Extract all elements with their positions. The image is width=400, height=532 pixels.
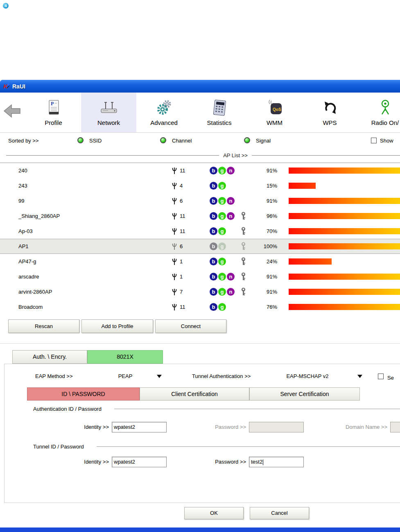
sort-bar: Sorted by >> SSID Channel Signal Show <box>0 132 400 150</box>
ap-row[interactable]: Ap-03 11 b g 70% <box>0 224 400 239</box>
connect-button[interactable]: Connect <box>155 319 226 333</box>
mode-n-icon: n <box>227 167 235 174</box>
sorted-by-label: Sorted by >> <box>8 138 38 144</box>
auth-identity-field[interactable]: wpatest2 <box>112 422 167 432</box>
ap-channel: 11 <box>180 224 185 239</box>
ok-button[interactable]: OK <box>184 507 244 519</box>
mode-badges: b g n <box>210 273 235 281</box>
mode-g-icon: g <box>218 167 226 174</box>
channel-icon <box>171 273 178 281</box>
signal-bar <box>289 274 400 280</box>
ap-signal-percent: 15% <box>255 178 277 193</box>
ap-channel: 1 <box>180 269 183 284</box>
titlebar[interactable]: K RaUI <box>0 80 400 93</box>
tunnel-auth-dropdown-arrow-icon[interactable] <box>357 375 362 378</box>
eap-method-select[interactable]: PEAP <box>99 373 152 380</box>
tunnel-auth-select[interactable]: EAP-MSCHAP v2 <box>273 373 342 380</box>
tab-id-password[interactable]: ID \ PASSWORD <box>27 387 140 401</box>
channel-icon <box>171 288 178 296</box>
toolbar: P Profile <box>0 93 400 133</box>
mode-b-icon: b <box>210 212 217 220</box>
ap-row-selected[interactable]: AP1 6 b g 100% <box>0 239 400 254</box>
auth-password-label: Password >> <box>176 422 246 432</box>
tunnel-password-field[interactable]: test2 <box>249 457 304 467</box>
sort-channel-led[interactable] <box>160 137 166 143</box>
show-dbm-label: Show <box>380 138 393 144</box>
toolbar-label: Network <box>97 119 120 126</box>
security-key-icon <box>241 288 246 296</box>
ap-row[interactable]: 99 6 b g n 91% <box>0 193 400 208</box>
tunnel-auth-label: Tunnel Authentication >> <box>192 373 251 380</box>
ap-ssid: 240 <box>18 163 27 178</box>
ap-channel: 6 <box>180 239 183 254</box>
ap-signal-percent: 91% <box>255 163 277 178</box>
channel-icon <box>171 227 178 235</box>
auth-group-title: Authentication ID / Password <box>33 406 102 412</box>
window-bottom-border <box>0 527 400 532</box>
toolbar-label: Profile <box>45 119 62 126</box>
ap-row[interactable]: arvint-2860AP 7 b g n 91% <box>0 284 400 299</box>
ap-ssid: 243 <box>18 178 27 193</box>
toolbar-item-wps[interactable]: WPS <box>302 93 357 132</box>
mode-b-icon: b <box>210 227 217 235</box>
section-divider <box>0 343 400 344</box>
sort-signal-led[interactable] <box>244 137 250 143</box>
radio-icon <box>377 99 393 116</box>
ap-row[interactable]: AP47-g 1 b g 24% <box>0 254 400 269</box>
tab-client-certification[interactable]: Client Certification <box>140 387 249 401</box>
toolbar-item-advanced[interactable]: Advanced <box>136 93 192 132</box>
tunnel-identity-field[interactable]: wpatest2 <box>112 457 167 467</box>
signal-bar-fill <box>289 274 400 280</box>
ap-row[interactable]: _Shiang_2860AP 11 b g n 96% <box>0 208 400 224</box>
tab-8021x[interactable]: 8021X <box>87 350 163 364</box>
toolbar-item-radio[interactable]: Radio On/ <box>357 93 400 132</box>
security-key-icon <box>241 227 246 235</box>
mode-g-icon: g <box>218 212 226 220</box>
ap-channel: 11 <box>180 208 185 224</box>
ap-row[interactable]: 240 11 b g n 91% <box>0 163 400 178</box>
session-resumption-checkbox[interactable] <box>378 374 384 379</box>
ap-ssid: 99 <box>18 193 24 208</box>
ap-ssid: Ap-03 <box>18 224 33 239</box>
back-button[interactable] <box>3 104 20 118</box>
toolbar-item-statistics[interactable]: Statistics <box>192 93 247 132</box>
mode-badges: b g <box>210 258 226 265</box>
eap-method-dropdown-arrow-icon[interactable] <box>157 375 162 378</box>
signal-bar <box>289 258 400 265</box>
ap-row[interactable]: Broadcom 11 b g 76% <box>0 299 400 315</box>
tab-server-certification[interactable]: Server Certification <box>249 387 360 401</box>
ap-channel: 7 <box>180 284 183 299</box>
signal-bar <box>289 213 400 219</box>
signal-bar-fill <box>289 198 400 204</box>
ap-row[interactable]: 243 4 b g 15% <box>0 178 400 193</box>
toolbar-item-wmm[interactable]: QoS WMM <box>247 93 302 132</box>
mode-b-icon: b <box>210 167 217 174</box>
toolbar-item-network[interactable]: Network <box>81 93 136 132</box>
signal-bar-fill <box>289 213 400 219</box>
tab-auth-encry[interactable]: Auth. \ Encry. <box>12 350 87 364</box>
tunnel-identity-label: Identity >> <box>45 457 109 467</box>
add-to-profile-button[interactable]: Add to Profile <box>81 319 153 333</box>
show-dbm-checkbox[interactable] <box>371 138 377 143</box>
sort-ssid-led[interactable] <box>77 137 84 143</box>
mode-badges: b g <box>210 303 226 311</box>
security-key-icon <box>241 212 246 220</box>
rescan-button[interactable]: Rescan <box>8 319 79 333</box>
cancel-button[interactable]: Cancel <box>250 507 309 519</box>
auth-domain-label: Domain Name >> <box>316 422 387 432</box>
toolbar-item-profile[interactable]: P Profile <box>26 93 81 132</box>
signal-bar-fill <box>289 289 400 295</box>
ap-row[interactable]: arscadre 1 b g n 91% <box>0 269 400 284</box>
ap-ssid: _Shiang_2860AP <box>18 208 60 224</box>
mode-badges: b g n <box>210 212 235 220</box>
mode-b-icon: b <box>210 258 217 265</box>
mode-badges: b g n <box>210 288 235 296</box>
app-icon: K <box>3 83 10 90</box>
advanced-icon <box>155 99 173 116</box>
network-icon <box>99 99 119 116</box>
mode-b-icon: b <box>210 182 217 190</box>
svg-text:K: K <box>3 83 8 90</box>
channel-icon <box>171 242 178 250</box>
svg-text:P: P <box>51 101 54 106</box>
toolbar-label: WPS <box>323 119 337 126</box>
